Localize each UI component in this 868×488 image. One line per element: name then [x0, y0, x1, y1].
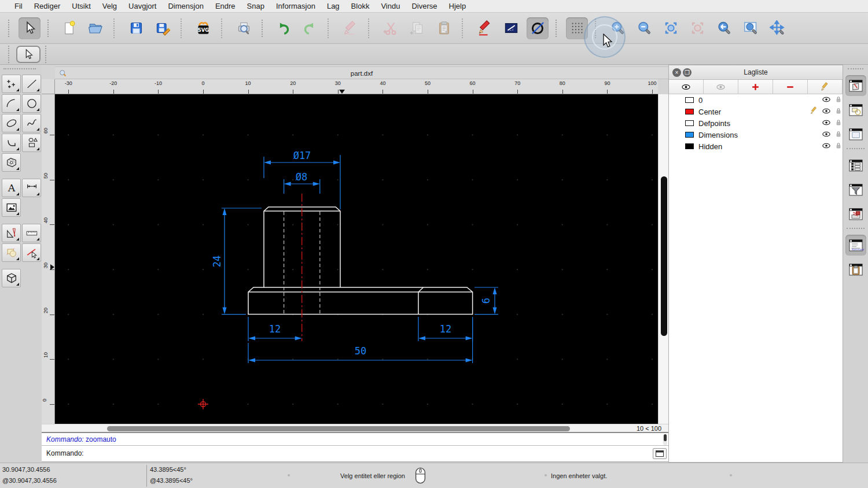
cut-button[interactable]	[380, 17, 402, 39]
toolbar-drag-handle[interactable]	[8, 46, 12, 63]
zoom-out-button[interactable]	[633, 17, 655, 39]
copy-button[interactable]	[406, 17, 428, 39]
layer-row-dimensions[interactable]: Dimensions	[669, 129, 843, 141]
library-browser-panel-toggle[interactable]	[845, 124, 866, 145]
vertical-scrollbar-thumb[interactable]	[661, 176, 667, 336]
redo-button[interactable]	[299, 17, 321, 39]
undo-button[interactable]	[272, 17, 294, 39]
draw-freehand-button[interactable]	[473, 17, 495, 39]
line-tools-button[interactable]	[500, 17, 522, 39]
layer-lock-toggle[interactable]	[831, 119, 843, 128]
layer-row-center[interactable]: Center	[669, 106, 843, 117]
menu-rediger[interactable]: Rediger	[28, 0, 67, 13]
layer-lock-toggle[interactable]	[831, 142, 843, 151]
delete-button[interactable]	[339, 17, 361, 39]
command-input-row[interactable]: Kommando:	[42, 446, 670, 462]
layer-color-swatch[interactable]	[685, 120, 694, 126]
grid-toggle-button[interactable]	[566, 17, 588, 39]
open-document-button[interactable]	[84, 17, 106, 39]
hide-all-layers-button[interactable]	[704, 80, 738, 94]
toolbar-drag-handle[interactable]	[262, 20, 265, 37]
selection-filter-panel-toggle[interactable]	[845, 179, 866, 200]
layer-color-swatch[interactable]	[685, 143, 694, 149]
tool-measure-button[interactable]	[2, 224, 21, 242]
entity-list-panel-toggle[interactable]	[845, 155, 866, 176]
pan-button[interactable]	[766, 17, 788, 39]
menu-blokk[interactable]: Blokk	[345, 0, 376, 13]
layer-visibility-toggle[interactable]	[818, 141, 831, 152]
layer-lock-toggle[interactable]	[831, 130, 843, 140]
float-panel-button[interactable]: ❐	[683, 68, 692, 77]
menu-endre[interactable]: Endre	[209, 0, 241, 13]
menu-diverse[interactable]: Diverse	[406, 0, 443, 13]
print-preview-button[interactable]	[233, 17, 255, 39]
zoom-selection-button[interactable]	[686, 17, 708, 39]
add-layer-button[interactable]	[738, 80, 773, 94]
layer-row-hidden[interactable]: Hidden	[669, 141, 843, 152]
tool-text-button[interactable]: A	[2, 179, 21, 197]
menu-velg[interactable]: Velg	[97, 0, 123, 13]
zoom-window-button[interactable]	[740, 17, 762, 39]
tool-dimensions-button[interactable]	[22, 179, 41, 197]
command-history-scrollbar[interactable]	[663, 434, 667, 445]
layer-color-swatch[interactable]	[685, 97, 694, 103]
palette-drag-handle[interactable]	[3, 68, 36, 72]
layer-list-panel-toggle[interactable]	[845, 75, 866, 96]
layer-row-0[interactable]: 0	[669, 94, 843, 106]
tool-arcs-button[interactable]	[2, 94, 21, 113]
tool-ruler-button[interactable]	[22, 224, 41, 242]
layer-color-swatch[interactable]	[685, 109, 694, 114]
close-panel-button[interactable]: ×	[672, 68, 681, 77]
tool-circles-button[interactable]	[22, 94, 41, 113]
zoom-previous-button[interactable]	[713, 17, 735, 39]
tool-lines-button[interactable]	[22, 75, 41, 93]
svg-export-button[interactable]: SVG	[192, 17, 214, 39]
menu-utsikt[interactable]: Utsikt	[66, 0, 97, 13]
layer-lock-toggle[interactable]	[831, 95, 843, 105]
menu-uavgjort[interactable]: Uavgjort	[123, 0, 162, 13]
tool-points-button[interactable]	[2, 75, 21, 93]
menu-snap[interactable]: Snap	[241, 0, 270, 13]
menu-vindu[interactable]: Vindu	[375, 0, 406, 13]
new-document-button[interactable]	[58, 17, 80, 39]
remove-layer-button[interactable]	[773, 80, 808, 94]
layer-row-defpoints[interactable]: Defpoints	[669, 117, 843, 129]
save-button[interactable]	[125, 17, 147, 39]
layer-color-swatch[interactable]	[685, 132, 694, 138]
layer-visibility-toggle[interactable]	[818, 130, 831, 141]
toolbar-drag-handle[interactable]	[556, 20, 559, 37]
menu-dimensjon[interactable]: Dimensjon	[162, 0, 209, 13]
menu-lag[interactable]: Lag	[321, 0, 345, 13]
tool-solids-button[interactable]	[2, 269, 21, 287]
horizontal-scrollbar[interactable]: 10 < 100	[42, 424, 670, 432]
detach-command-button[interactable]	[653, 448, 667, 459]
menu-hjelp[interactable]: Hjelp	[443, 0, 472, 13]
tool-ellipses-button[interactable]	[2, 114, 21, 132]
menu-fil[interactable]: Fil	[9, 0, 28, 13]
dock-drag-handle[interactable]	[848, 68, 863, 72]
toolbar-drag-handle[interactable]	[45, 46, 49, 63]
save-as-button[interactable]	[152, 17, 174, 39]
show-all-layers-button[interactable]	[669, 80, 704, 94]
layer-visibility-toggle[interactable]	[818, 118, 831, 129]
layer-visibility-toggle[interactable]	[818, 95, 831, 106]
block-list-panel-toggle[interactable]	[845, 99, 866, 120]
document-tab-title[interactable]: part.dxf	[55, 67, 668, 80]
command-line-panel-toggle[interactable]: Kommando	[845, 235, 866, 256]
layer-lock-toggle[interactable]	[831, 107, 843, 117]
tool-image-button[interactable]	[2, 198, 21, 217]
menu-informasjon[interactable]: Informasjon	[270, 0, 321, 13]
clipboard-panel-toggle[interactable]	[845, 259, 866, 280]
horizontal-scrollbar-thumb[interactable]	[107, 426, 570, 431]
paste-button[interactable]	[433, 17, 455, 39]
toolbar-drag-handle[interactable]	[47, 20, 51, 37]
layer-visibility-toggle[interactable]	[818, 106, 831, 117]
tool-polylines-button[interactable]	[2, 134, 21, 152]
drawing-canvas[interactable]: Ø17 Ø8 24 6 12 12 50	[55, 94, 658, 424]
vertical-scrollbar[interactable]	[658, 94, 670, 424]
circle-tools-button[interactable]	[527, 17, 549, 39]
tool-shapes-button[interactable]	[22, 134, 41, 152]
toolbar-drag-handle[interactable]	[8, 20, 12, 37]
tool-hatch-button[interactable]	[2, 153, 21, 172]
active-tool-pointer-button[interactable]	[16, 46, 41, 63]
